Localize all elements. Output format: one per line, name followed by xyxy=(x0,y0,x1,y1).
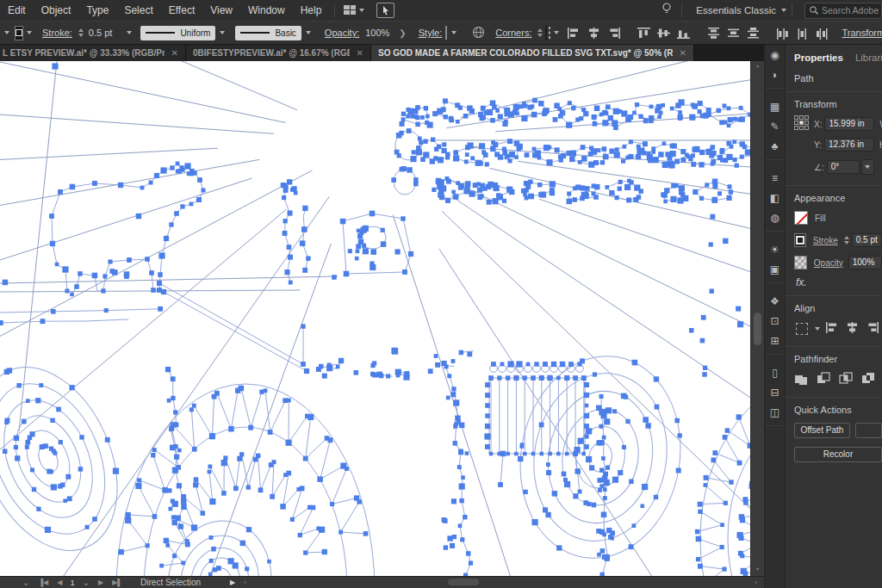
asset-export-icon[interactable]: ⊡ xyxy=(765,311,785,331)
arrange-icon[interactable]: ⊞ xyxy=(765,331,785,350)
align-right-icon[interactable] xyxy=(606,27,621,40)
opacity-link[interactable]: Opacity xyxy=(814,258,843,268)
status-expand-icon[interactable]: ▶ xyxy=(230,579,235,586)
reference-point-locator[interactable] xyxy=(794,115,809,176)
close-tab-icon[interactable]: ✕ xyxy=(680,48,686,58)
menu-item-select[interactable]: Select xyxy=(116,0,160,21)
vertical-scrollbar[interactable]: ⌃ ⌄ xyxy=(750,61,764,576)
arrange-documents-icon[interactable] xyxy=(344,5,364,15)
y-field[interactable]: 12.376 in xyxy=(824,138,874,152)
dist-h-right-icon[interactable] xyxy=(816,27,830,40)
align-left-icon[interactable] xyxy=(567,27,581,40)
previous-artboard-icon[interactable]: ◀ xyxy=(57,579,62,586)
stroke-weight-label[interactable]: Stroke: xyxy=(42,28,72,38)
swatch-chevron-icon[interactable] xyxy=(27,31,32,34)
artboard-chevron-icon[interactable]: ⌄ xyxy=(83,578,90,587)
menu-item-type[interactable]: Type xyxy=(78,0,116,21)
tab-properties[interactable]: Properties xyxy=(794,53,843,63)
dist-h-left-icon[interactable] xyxy=(776,27,791,40)
stroke-panel-stepper[interactable] xyxy=(844,236,849,244)
tab-libraries[interactable]: Libraries xyxy=(855,53,882,63)
style-chevron-icon[interactable] xyxy=(451,31,457,34)
corners-field[interactable] xyxy=(545,25,547,40)
scroll-right-icon[interactable]: › xyxy=(755,579,757,586)
color-icon[interactable]: ◉ xyxy=(765,45,785,65)
artwork-svg[interactable] xyxy=(0,61,750,576)
opacity-swatch[interactable] xyxy=(794,256,807,269)
brush-dropdown[interactable]: Basic xyxy=(235,26,301,40)
brushes-icon[interactable]: ✎ xyxy=(765,116,785,136)
scroll-down-icon[interactable]: ⌄ xyxy=(751,564,764,572)
scroll-left-icon[interactable]: ‹ xyxy=(244,579,246,586)
opacity-label[interactable]: Opacity: xyxy=(325,28,359,38)
menu-item-view[interactable]: View xyxy=(202,0,240,21)
layers-icon[interactable]: ❖ xyxy=(765,291,785,311)
align-to-chevron-icon[interactable] xyxy=(815,327,820,331)
stroke-icon[interactable]: ≡ xyxy=(765,168,785,188)
document-tab-3[interactable]: SO GOD MADE A FARMER COLORADO FILLED SVG… xyxy=(371,45,694,61)
artboards-icon[interactable]: ▯ xyxy=(765,362,785,382)
swatches-icon[interactable]: ▦ xyxy=(765,96,785,116)
menu-item-window[interactable]: Window xyxy=(240,0,293,21)
close-tab-icon[interactable]: ✕ xyxy=(171,48,178,58)
opacity-value[interactable]: 100% xyxy=(365,28,389,38)
dist-v-bottom-icon[interactable] xyxy=(746,27,761,40)
align-bottom-icon[interactable] xyxy=(676,27,691,40)
canvas-area[interactable] xyxy=(0,61,750,576)
artboard-number[interactable]: 1 xyxy=(70,578,74,587)
stroke-weight-value[interactable]: 0.5 pt xyxy=(89,28,113,38)
select-similar-icon[interactable] xyxy=(549,27,550,39)
clipped-quick-action-button[interactable] xyxy=(855,423,882,438)
panel-align-h-center-icon[interactable] xyxy=(845,321,860,336)
select-similar-chevron-icon[interactable] xyxy=(554,31,559,34)
dist-v-top-icon[interactable] xyxy=(706,27,721,40)
align-v-center-icon[interactable] xyxy=(656,27,671,40)
appearance-icon[interactable]: ☀ xyxy=(765,239,785,259)
opacity-expand-icon[interactable]: ❯ xyxy=(399,28,406,38)
opacity-field[interactable]: 100% xyxy=(848,256,882,269)
document-tab-2[interactable]: 0BIFESTYPREVIEW.ai* @ 16.67% (RGB/Previe… xyxy=(186,45,371,61)
width-profile-dropdown[interactable]: Uniform xyxy=(140,26,215,40)
zoom-level-chevron-icon[interactable]: ⌄ xyxy=(22,578,29,587)
align-h-center-icon[interactable] xyxy=(587,27,601,40)
panel-align-right-icon[interactable] xyxy=(865,321,879,336)
pathfinder-minus-front-icon[interactable] xyxy=(817,372,830,387)
rotation-chevron-icon[interactable] xyxy=(861,159,874,175)
align-panel-icon[interactable]: ⊟ xyxy=(765,382,785,402)
first-artboard-icon[interactable]: ▐◀ xyxy=(38,579,48,586)
align-to-icon[interactable] xyxy=(796,323,808,335)
dist-v-center-icon[interactable] xyxy=(726,27,741,40)
transform-link[interactable]: Transform xyxy=(842,28,882,38)
stroke-chevron-icon[interactable] xyxy=(127,31,132,34)
style-swatch[interactable] xyxy=(445,26,447,40)
width-profile-chevron-icon[interactable] xyxy=(220,31,225,34)
menu-item-help[interactable]: Help xyxy=(293,0,330,21)
menu-item-effect[interactable]: Effect xyxy=(161,0,202,21)
fx-button[interactable]: fx. xyxy=(786,271,882,295)
corners-stepper[interactable] xyxy=(537,28,543,37)
transparency-icon[interactable]: ◍ xyxy=(765,207,785,227)
recolor-button[interactable]: Recolor xyxy=(794,447,882,462)
workspace-chevron-icon[interactable] xyxy=(781,9,786,12)
brush-chevron-icon[interactable] xyxy=(306,31,311,34)
panel-align-left-icon[interactable] xyxy=(825,321,840,336)
style-label[interactable]: Style: xyxy=(419,28,443,38)
menu-item-edit[interactable]: Edit xyxy=(0,0,34,21)
workspace-switcher[interactable]: Essentials Classic xyxy=(696,5,776,15)
scroll-up-icon[interactable]: ⌃ xyxy=(751,65,764,72)
gradient-icon[interactable]: ◧ xyxy=(765,188,785,207)
corners-label[interactable]: Corners: xyxy=(495,28,531,38)
app-bar-tool-icon[interactable] xyxy=(376,3,394,18)
pathfinder-exclude-icon[interactable] xyxy=(861,372,875,387)
offset-path-button[interactable]: Offset Path xyxy=(794,423,850,438)
close-tab-icon[interactable]: ✕ xyxy=(357,48,363,58)
horizontal-scroll-thumb[interactable] xyxy=(448,579,479,585)
vertical-scroll-thumb[interactable] xyxy=(754,313,761,345)
graphic-styles-icon[interactable]: ▣ xyxy=(765,259,785,279)
next-artboard-icon[interactable]: ▶ xyxy=(98,579,103,586)
panel-menu-chevron-icon[interactable] xyxy=(4,31,9,34)
search-adobe-stock-input[interactable]: Search Adobe Stock xyxy=(804,3,882,19)
last-artboard-icon[interactable]: ▶▌ xyxy=(112,579,122,586)
fill-stroke-swatch[interactable] xyxy=(15,26,23,40)
menu-item-object[interactable]: Object xyxy=(34,0,79,21)
